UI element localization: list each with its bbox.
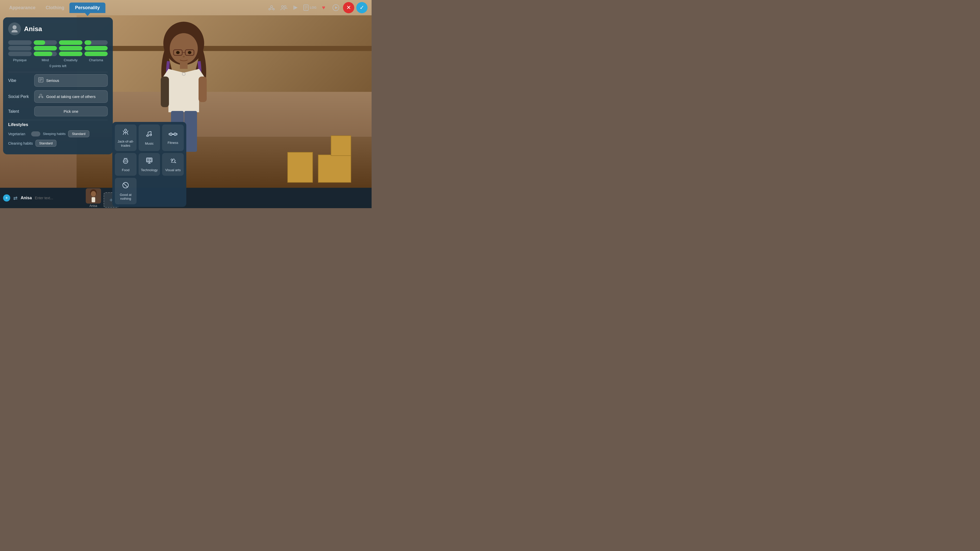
svg-rect-45	[172, 134, 174, 135]
confirm-button[interactable]: ✓	[356, 2, 368, 13]
svg-point-59	[148, 159, 150, 161]
physique-label: Physique	[8, 58, 32, 62]
vibe-value: Serious	[46, 78, 59, 83]
talent-label: Talent	[8, 109, 31, 114]
physique-bar-1	[8, 40, 32, 45]
creativity-bar-1	[59, 40, 83, 45]
lifestyle-row-1: Vegetarian Sleeping habits Standard	[8, 130, 108, 137]
svg-point-16	[273, 8, 274, 10]
character-header: Anisa	[8, 22, 108, 35]
connections-icon[interactable]	[266, 3, 277, 13]
svg-rect-8	[180, 62, 188, 69]
svg-line-18	[272, 8, 274, 8]
vegetarian-toggle[interactable]	[31, 131, 40, 137]
talent-good-nothing[interactable]: Good at nothing	[115, 178, 137, 204]
left-panel: Anisa Physique Mind Creativity	[3, 17, 113, 154]
svg-point-5	[176, 51, 180, 54]
cancel-button[interactable]: ✕	[343, 2, 354, 13]
log-label: LOG	[310, 6, 317, 10]
physique-bar-2	[8, 46, 32, 51]
svg-rect-48	[169, 133, 170, 135]
svg-point-37	[124, 129, 127, 131]
add-character-start-button[interactable]: +	[3, 194, 10, 202]
talent-food[interactable]: Food	[115, 153, 137, 176]
technology-icon	[145, 157, 153, 166]
talent-technology[interactable]: Technology	[138, 153, 160, 176]
music-label: Music	[145, 141, 154, 146]
lifestyles-title: Lifestyles	[8, 122, 108, 127]
mind-label: Mind	[34, 58, 57, 62]
divider-2	[8, 120, 108, 120]
svg-point-1	[170, 33, 198, 64]
sleeping-habits-option[interactable]: Standard	[68, 130, 89, 137]
bottom-char-group-anisa: Anisa	[86, 188, 101, 208]
vibe-row: Vibe Serious	[8, 74, 108, 87]
talent-jack[interactable]: Jack-of-all-trades	[115, 124, 137, 151]
cleaning-option[interactable]: Standard	[35, 140, 57, 147]
music-icon	[145, 130, 153, 140]
creativity-bar-3	[59, 52, 83, 56]
divider-1	[8, 72, 108, 72]
talent-button[interactable]: Pick one	[34, 106, 108, 116]
tab-arrow	[85, 13, 90, 16]
social-perk-button[interactable]: Good at taking care of others	[34, 90, 108, 103]
svg-rect-10	[199, 76, 207, 102]
talent-row: Talent Pick one	[8, 106, 108, 116]
points-left: 0 points left	[8, 64, 108, 68]
talent-visual-arts[interactable]: Visual arts	[162, 153, 184, 176]
svg-line-17	[269, 8, 272, 8]
fitness-icon	[169, 131, 177, 139]
jack-icon	[122, 128, 129, 138]
cardboard-box-3	[287, 152, 313, 183]
switch-icon[interactable]: ⇄	[13, 195, 18, 201]
nav-icons: LOG ♥ ✕ ✓	[266, 2, 368, 13]
svg-line-63	[124, 183, 127, 187]
vibe-label: Vibe	[8, 78, 31, 83]
good-nothing-label: Good at nothing	[117, 193, 135, 201]
tab-clothing[interactable]: Clothing	[41, 3, 69, 13]
svg-point-21	[284, 6, 286, 8]
svg-point-61	[171, 159, 172, 160]
log-button[interactable]: LOG	[303, 4, 317, 11]
mind-bar-1	[34, 40, 57, 45]
svg-rect-9	[161, 76, 169, 107]
talent-dropdown: Jack-of-all-trades Music Fitness	[112, 122, 186, 207]
action-icon[interactable]	[291, 3, 301, 13]
creativity-label: Creativity	[59, 58, 83, 62]
social-perk-row: Social Perk Good at taking care of other…	[8, 90, 108, 103]
jack-label: Jack-of-all-trades	[117, 140, 135, 148]
stat-creativity: Creativity	[59, 40, 83, 62]
social-perk-label: Social Perk	[8, 94, 31, 99]
lifestyle-row-2: Cleaning habits Standard	[8, 140, 108, 147]
play-icon[interactable]	[331, 3, 341, 13]
bottom-avatar-anisa[interactable]	[86, 188, 101, 203]
bottom-text-input[interactable]	[35, 196, 80, 200]
vibe-button[interactable]: Serious	[34, 74, 108, 87]
talent-value: Pick one	[64, 109, 78, 114]
good-nothing-icon	[122, 181, 129, 191]
group-icon[interactable]	[279, 3, 289, 13]
food-label: Food	[122, 168, 130, 172]
visual-arts-icon	[169, 157, 177, 166]
shelf-background	[76, 15, 372, 92]
fitness-label: Fitness	[168, 141, 178, 145]
tab-personality[interactable]: Personality	[69, 3, 105, 13]
mind-bar-2	[34, 46, 57, 51]
cleaning-label: Cleaning habits	[8, 141, 33, 145]
heart-icon[interactable]: ♥	[318, 3, 329, 13]
visual-arts-label: Visual arts	[165, 168, 180, 172]
svg-point-15	[269, 8, 270, 10]
svg-marker-28	[335, 6, 338, 9]
stats-grid: Physique Mind Creativity Charisma	[8, 40, 108, 62]
talent-fitness[interactable]: Fitness	[162, 124, 184, 151]
tab-appearance[interactable]: Appearance	[4, 3, 41, 13]
character-avatar	[8, 22, 21, 35]
svg-point-34	[40, 94, 42, 96]
charisma-label: Charisma	[84, 58, 108, 62]
talent-music[interactable]: Music	[138, 124, 160, 151]
svg-line-40	[148, 131, 151, 132]
svg-point-29	[13, 25, 17, 29]
food-icon	[122, 157, 129, 166]
stat-charisma: Charisma	[84, 40, 108, 62]
charisma-bar-2	[84, 46, 108, 51]
